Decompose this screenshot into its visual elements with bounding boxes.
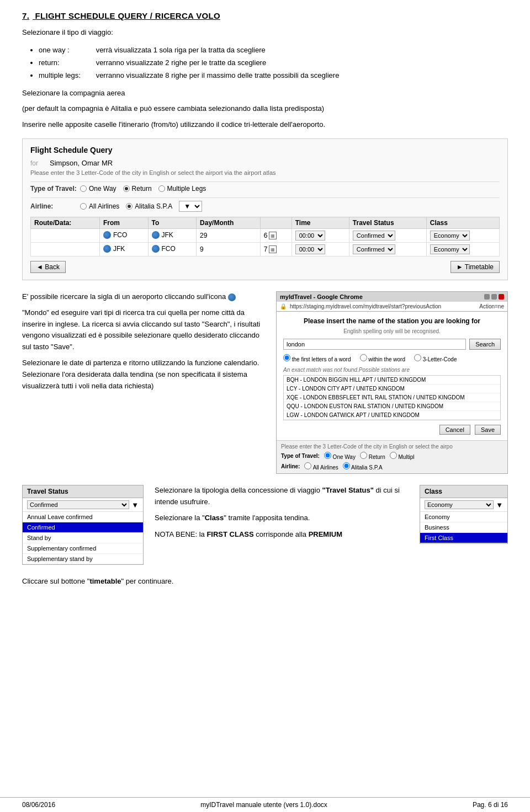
footer-date: 08/06/2016 <box>22 801 55 809</box>
col-cal <box>260 217 292 229</box>
browser-mockup: myIdTravel - Google Chrome 🔒 https://sta… <box>276 291 508 474</box>
footer-page: Pag. 6 di 16 <box>473 801 508 809</box>
browser-content: Please insert the name of the station yo… <box>277 312 507 440</box>
route-num-1 <box>31 243 100 257</box>
calendar-icon-1[interactable]: ▦ <box>269 245 277 253</box>
travel-status-select[interactable]: Confirmed <box>27 500 129 509</box>
ts-item-0[interactable]: Annual Leave confirmed <box>23 512 143 522</box>
globe-to-1[interactable] <box>152 245 160 253</box>
cancel-button[interactable]: Cancel <box>439 425 470 435</box>
first-class-label: FIRST CLASS <box>206 530 253 538</box>
travel-status-select-row: Confirmed ▼ <box>23 498 143 512</box>
route-table: Route/Data: From To Day/Month Time Trave… <box>30 217 500 257</box>
route-time-1: 00:00 <box>292 243 349 257</box>
radio-first-letters[interactable]: the first letters of a word <box>283 354 351 362</box>
route-status-1: Confirmed <box>349 243 426 257</box>
browser-close[interactable] <box>499 294 504 300</box>
url-suffix: Action=ne <box>479 303 504 309</box>
browser-titlebar: myIdTravel - Google Chrome <box>277 292 507 302</box>
ts-item-1[interactable]: Confirmed <box>23 522 143 533</box>
bottom-one-way[interactable]: One Way <box>324 452 356 460</box>
airport-result-2[interactable]: XQE - LONDON EBBSFLEET INTL RAIL STATION… <box>284 393 500 402</box>
browser-bottom-airline-row: Airline: All Airlines Alitalia S.P.A <box>281 462 503 471</box>
class-select-row-0[interactable]: Economy <box>430 231 470 241</box>
globe-from-1[interactable] <box>103 245 111 253</box>
globe-to-0[interactable] <box>152 231 160 239</box>
class-description: Selezionare la "Class" tramite l'apposit… <box>155 512 409 524</box>
airport-result-3[interactable]: QQU - LONDON EUSTON RAIL STATION / UNITE… <box>284 402 500 411</box>
class-item-1[interactable]: Business <box>420 522 507 533</box>
search-button[interactable]: Search <box>469 339 501 350</box>
radio-return[interactable]: Return <box>123 185 152 193</box>
class-select-row: Economy ▼ <box>420 498 507 512</box>
radio-one-way[interactable]: One Way <box>80 185 116 193</box>
class-box: Class Economy ▼ EconomyBusinessFirst Cla… <box>420 485 508 544</box>
browser-maximize[interactable] <box>491 294 497 300</box>
two-column-section: E' possibile ricercare la sigla di un ae… <box>22 291 508 474</box>
bottom-all-airlines[interactable]: All Airlines <box>304 462 338 471</box>
timetable-button[interactable]: ► Timetable <box>451 261 500 273</box>
airport-result-4[interactable]: LGW - LONDON GATWICK APT / UNITED KINGDO… <box>284 411 500 420</box>
timetable-bold: timetable <box>89 577 121 585</box>
dropdown-arrow: ▼ <box>131 501 139 509</box>
class-item-0[interactable]: Economy <box>420 512 507 522</box>
airline-intro-text: Selezionare la compagnia aerea <box>22 88 508 99</box>
class-dropdown-arrow: ▼ <box>496 501 503 509</box>
airline-select[interactable]: ▼ <box>179 201 202 212</box>
route-day-1: 9 <box>197 243 261 257</box>
route-status-0: Confirmed <box>349 229 426 243</box>
status-select-0[interactable]: Confirmed <box>353 231 395 241</box>
col-to: To <box>148 217 197 229</box>
class-select[interactable]: Economy <box>425 500 494 509</box>
radio-multiple-legs[interactable]: Multiple Legs <box>158 185 206 193</box>
route-to-0: JFK <box>148 229 197 243</box>
calendar-icon-0[interactable]: ▦ <box>269 232 277 239</box>
browser-bottom: Please enter the 3 Letter-Code of the ci… <box>277 440 507 473</box>
bottom-return[interactable]: Return <box>360 452 385 460</box>
intro-select-label: Selezionare il tipo di viaggio: <box>22 27 508 38</box>
type-of-travel-label: Type of Travel: <box>30 185 80 193</box>
for-value: Simpson, Omar MR <box>50 159 113 167</box>
route-day-0: 29 <box>197 229 261 243</box>
browser-close-btns <box>484 294 504 300</box>
bottom-alitalia[interactable]: Alitalia S.P.A <box>343 462 383 471</box>
lock-icon: 🔒 <box>280 303 287 309</box>
col-time: Time <box>292 217 349 229</box>
radio-within-word[interactable]: within the word <box>360 354 405 362</box>
save-button[interactable]: Save <box>475 425 501 435</box>
col-from: From <box>99 217 148 229</box>
radio-alitalia-label: Alitalia S.P.A <box>135 202 172 210</box>
ts-item-2[interactable]: Stand by <box>23 533 143 543</box>
airport-result-0[interactable]: BQH - LONDON BIGGIN HILL APT / UNITED KI… <box>284 376 500 384</box>
world-icon <box>228 293 236 301</box>
class-select-row-1[interactable]: Economy <box>430 244 470 254</box>
globe-from-0[interactable] <box>103 231 111 239</box>
travel-status-bold: "Travel Status" <box>322 486 374 494</box>
radio-all-airlines[interactable]: All Airlines <box>80 202 119 210</box>
airport-search-input[interactable] <box>283 339 466 350</box>
travel-status-box: Travel Status Confirmed ▼ Annual Leave c… <box>22 485 144 565</box>
bottom-multiple[interactable]: Multipl <box>390 452 415 460</box>
browser-bottom-type-row: Type of Travel: One Way Return Multipl <box>281 452 503 460</box>
from-code-0: FCO <box>113 231 127 239</box>
radio-3letter[interactable]: 3-Letter-Code <box>414 354 457 362</box>
hint-text: Please enter the 3 Letter-Code of the ci… <box>30 169 500 176</box>
ts-item-3[interactable]: Supplementary confirmed <box>23 543 143 554</box>
bottom-section: Travel Status Confirmed ▼ Annual Leave c… <box>22 485 508 565</box>
time-select-1[interactable]: 00:00 <box>295 244 325 254</box>
ts-item-4[interactable]: Supplementary stand by <box>23 554 143 564</box>
time-select-0[interactable]: 00:00 <box>295 231 325 241</box>
radio-all-airlines-label: All Airlines <box>89 202 119 210</box>
route-month-0: 6 ▦ <box>260 229 292 243</box>
radio-alitalia-dot <box>126 203 132 210</box>
bullet-label-3: multiple legs: <box>39 69 94 82</box>
class-item-2[interactable]: First Class <box>420 533 507 543</box>
browser-minimize[interactable] <box>484 294 490 300</box>
travel-status-items: Annual Leave confirmedConfirmedStand byS… <box>23 512 143 564</box>
footer-doc-name: myIDTravel manuale utente (vers 1.0).doc… <box>200 801 327 809</box>
back-button[interactable]: ◄ Back <box>30 261 66 273</box>
bullet-label-2: return: <box>39 56 94 69</box>
airport-result-1[interactable]: LCY - LONDON CITY APT / UNITED KINGDOM <box>284 384 500 393</box>
status-select-1[interactable]: Confirmed <box>353 244 395 254</box>
radio-alitalia[interactable]: Alitalia S.P.A <box>126 202 172 210</box>
